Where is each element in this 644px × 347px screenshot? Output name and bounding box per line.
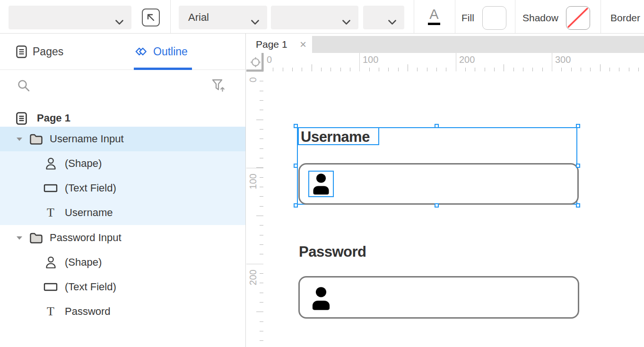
page-icon [16, 112, 27, 125]
text-field-icon [44, 282, 58, 292]
username-input-field[interactable] [298, 163, 579, 205]
border-label: Border [610, 12, 640, 24]
username-heading: Username [299, 128, 378, 146]
tree-item-label: Page 1 [37, 112, 70, 124]
tree-item-label: Password [65, 305, 111, 318]
tree-item-username-text[interactable]: T Username [0, 200, 245, 225]
tree-item-label: (Shape) [65, 157, 102, 170]
pages-icon [16, 45, 27, 59]
tree-item-username-input[interactable]: Username Input [0, 127, 245, 151]
tree-item-text-field[interactable]: (Text Field) [0, 275, 245, 299]
tab-pages-label: Pages [33, 45, 63, 58]
username-person-element[interactable] [308, 171, 334, 197]
close-icon[interactable]: × [300, 40, 306, 49]
font-color-swatch [428, 23, 440, 25]
tree-item-label: Username [65, 207, 113, 219]
crosshair-icon [250, 57, 261, 68]
password-person-element[interactable] [307, 283, 335, 313]
tab-pages[interactable]: Pages [16, 34, 63, 69]
style-dropdown[interactable] [9, 6, 131, 29]
ruler-tick-label: 300 [555, 54, 571, 65]
chevron-down-icon [388, 20, 396, 25]
text-field-icon [44, 183, 58, 193]
arrow-cursor-icon [146, 12, 156, 23]
caret-down-icon[interactable] [16, 236, 23, 240]
search-button[interactable] [17, 79, 30, 94]
ruler-major-line [246, 264, 263, 264]
font-family-dropdown[interactable]: Arial [179, 6, 267, 29]
font-style-dropdown[interactable] [271, 6, 358, 29]
tree-item-label: Password Input [50, 232, 122, 244]
design-canvas[interactable]: Username Password [263, 71, 644, 347]
tree-item-shape[interactable]: (Shape) [0, 151, 245, 176]
active-tab-underline [134, 68, 192, 70]
tree-item-label: (Text Field) [65, 182, 116, 194]
font-size-dropdown[interactable] [363, 6, 404, 29]
fill-label: Fill [461, 12, 474, 24]
folder-icon [29, 232, 44, 244]
toolbar: Arial A Fill Shadow Border [0, 0, 644, 34]
canvas-region: Page 1 × 0 100 200 300 0 100 200 [246, 34, 644, 347]
ruler-major-line: 300 [552, 53, 552, 71]
selection-handle-top-middle[interactable] [435, 124, 439, 128]
selection-handle-middle-left[interactable] [294, 164, 298, 168]
ruler-origin[interactable] [249, 53, 262, 71]
ruler-tick-label: 0 [248, 77, 259, 82]
ruler-tick-label: 200 [248, 269, 259, 285]
select-tool-button[interactable] [142, 9, 160, 26]
tab-label: Page 1 [256, 39, 287, 50]
shadow-label: Shadow [522, 12, 558, 24]
chevron-down-icon [342, 20, 350, 25]
person-icon [310, 286, 332, 311]
selection-handle-top-left[interactable] [294, 124, 298, 128]
selection-handle-top-right[interactable] [576, 124, 580, 128]
selection-handle-middle-right[interactable] [576, 164, 580, 168]
font-color-button[interactable]: A [422, 7, 446, 28]
tree-item-text-field[interactable]: (Text Field) [0, 176, 245, 200]
username-text-element[interactable]: Username [298, 127, 379, 145]
chevron-down-icon [115, 20, 123, 25]
toolbar-divider [515, 0, 515, 33]
tree-item-shape[interactable]: (Shape) [0, 250, 245, 275]
fill-swatch[interactable] [482, 6, 506, 30]
filter-button[interactable] [211, 78, 226, 95]
tree-item-password-input[interactable]: Password Input [0, 226, 245, 250]
ruler-major-line [246, 71, 263, 72]
selection-handle-bottom-left[interactable] [294, 203, 298, 208]
tree-item-password-text[interactable]: T Password [0, 299, 245, 324]
shadow-swatch[interactable] [566, 6, 590, 30]
password-heading[interactable]: Password [299, 243, 366, 261]
search-icon [17, 79, 30, 92]
outline-icon [134, 45, 148, 58]
ruler-tick-label: 100 [248, 174, 259, 189]
toolbar-divider [600, 0, 601, 33]
text-icon: T [47, 207, 54, 219]
text-icon: T [47, 305, 54, 318]
toolbar-divider [170, 0, 171, 33]
ruler-major-line [246, 168, 263, 168]
tab-outline[interactable]: Outline [134, 34, 188, 69]
ruler-tick-label: 200 [459, 54, 475, 65]
toolbar-divider [414, 0, 414, 33]
tree-item-page[interactable]: Page 1 [0, 107, 245, 129]
toolbar-divider [455, 0, 455, 33]
font-family-value: Arial [179, 11, 209, 24]
password-input-field[interactable] [298, 276, 579, 319]
ruler-major-line: 200 [456, 53, 456, 71]
panel-tabs: Pages Outline [0, 34, 245, 70]
person-outline-icon [44, 256, 57, 269]
ruler-major-line: 100 [359, 53, 360, 71]
selection-handle-bottom-right[interactable] [576, 203, 580, 208]
left-panel: Pages Outline Page 1 Username Input ( [0, 34, 246, 347]
font-color-letter: A [429, 7, 438, 22]
person-outline-icon [44, 157, 57, 170]
ruler-tick-label: 0 [267, 54, 272, 65]
chevron-down-icon [251, 20, 259, 25]
tab-outline-label: Outline [153, 45, 188, 58]
tree-item-label: Username Input [50, 133, 124, 145]
document-tab-bar: Page 1 × [249, 36, 644, 53]
folder-icon [29, 133, 44, 146]
tab-page-1[interactable]: Page 1 × [249, 36, 312, 53]
caret-down-icon[interactable] [16, 137, 23, 141]
selection-handle-bottom-middle[interactable] [435, 203, 439, 208]
